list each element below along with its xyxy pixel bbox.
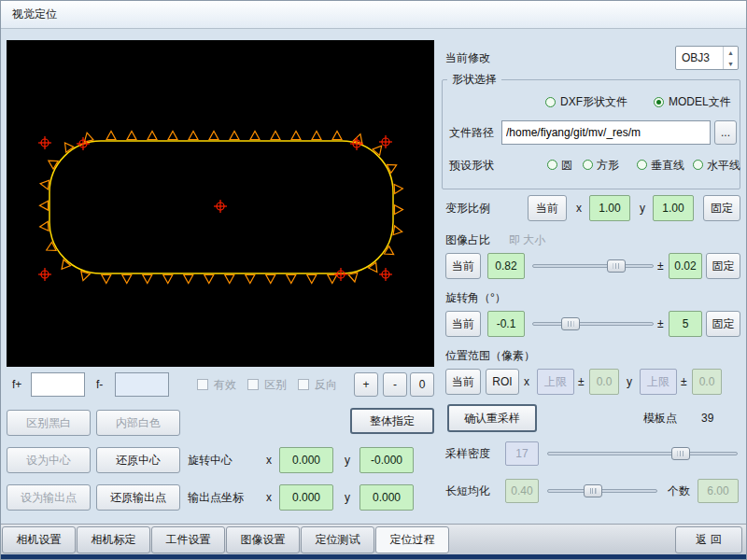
tab-workpiece-settings[interactable]: 工件设置 <box>151 526 225 553</box>
object-selector-value: OBJ3 <box>676 47 723 69</box>
deform-x-field[interactable]: 1.00 <box>589 195 630 221</box>
model-file-radio[interactable] <box>654 97 664 107</box>
vertical-line-radio[interactable] <box>637 160 647 170</box>
occupy-value-field[interactable]: 0.82 <box>487 253 525 279</box>
whole-assign-button[interactable]: 整体指定 <box>350 408 434 434</box>
square-radio-label[interactable]: 方形 <box>597 154 619 176</box>
equalize-field[interactable]: 0.40 <box>505 479 539 503</box>
f-plus-input[interactable] <box>31 372 85 397</box>
preset-shape-label: 预设形状 <box>449 154 494 176</box>
object-selector-arrows: ▲ ▼ <box>723 47 738 69</box>
template-points-value: 39 <box>701 406 713 430</box>
model-file-radio-label[interactable]: MODEL文件 <box>669 91 731 112</box>
spin-down-icon[interactable]: ▼ <box>724 58 738 69</box>
output-y-field[interactable]: 0.000 <box>359 484 414 511</box>
deform-x-label: x <box>576 195 582 221</box>
circle-radio-label[interactable]: 圆 <box>561 154 572 176</box>
back-button[interactable]: 返 回 <box>675 526 742 553</box>
rotation-slider[interactable] <box>531 311 655 337</box>
plus-button[interactable]: + <box>354 372 378 397</box>
tab-image-settings[interactable]: 图像设置 <box>226 526 300 553</box>
range-y-field[interactable]: 上限 <box>640 369 677 395</box>
distinguish-checkbox[interactable] <box>247 379 259 390</box>
occupy-slider-groove <box>532 264 654 268</box>
rotation-fixed-button[interactable]: 固定 <box>706 311 740 337</box>
set-center-button[interactable]: 设为中心 <box>7 447 91 473</box>
count-field[interactable]: 6.00 <box>698 479 739 503</box>
image-occupy-hint: 即 大小 <box>509 229 545 251</box>
dxf-file-radio[interactable] <box>545 97 556 107</box>
deform-fixed-button[interactable]: 固定 <box>703 195 740 221</box>
f-minus-input[interactable] <box>115 372 169 397</box>
range-x-tol-field[interactable]: 0.0 <box>589 369 619 395</box>
minus-button[interactable]: - <box>383 372 407 397</box>
file-path-label: 文件路径 <box>449 120 494 145</box>
current-modify-label: 当前修改 <box>445 46 490 70</box>
equalize-slider[interactable] <box>546 479 658 503</box>
rotation-angle-label: 旋转角（°） <box>445 287 506 309</box>
image-canvas[interactable] <box>7 40 434 367</box>
occupy-tol-field[interactable]: 0.02 <box>669 253 702 279</box>
occupy-current-button[interactable]: 当前 <box>445 253 481 279</box>
distinguish-bw-button[interactable]: 区别黑白 <box>7 410 91 436</box>
restore-output-button[interactable]: 还原输出点 <box>96 484 180 511</box>
file-path-input[interactable] <box>501 120 711 145</box>
dxf-file-radio-label[interactable]: DXF形状文件 <box>560 91 627 112</box>
rotation-center-x-label: x <box>266 447 272 473</box>
horizontal-line-radio-label[interactable]: 水平线 <box>707 154 740 176</box>
roi-button[interactable]: ROI <box>486 369 519 395</box>
rotation-value-field[interactable]: -0.1 <box>487 311 525 337</box>
deform-y-field[interactable]: 1.00 <box>653 195 694 221</box>
tab-positioning-test[interactable]: 定位测试 <box>301 526 374 553</box>
sample-density-field[interactable]: 17 <box>505 441 539 466</box>
equalize-slider-handle[interactable] <box>584 484 602 497</box>
horizontal-line-radio[interactable] <box>693 160 703 170</box>
vertical-line-radio-label[interactable]: 垂直线 <box>651 154 684 176</box>
browse-button[interactable]: ... <box>714 120 737 145</box>
valid-checkbox[interactable] <box>197 379 208 390</box>
deform-current-button[interactable]: 当前 <box>528 195 567 221</box>
f-plus-label: f+ <box>12 372 21 397</box>
occupy-fixed-button[interactable]: 固定 <box>706 253 740 279</box>
sample-density-slider-handle[interactable] <box>671 447 690 460</box>
reverse-checkbox-label: 反向 <box>315 372 337 397</box>
tab-camera-settings[interactable]: 相机设置 <box>2 526 76 553</box>
rotation-current-button[interactable]: 当前 <box>445 311 481 337</box>
shape-select-group-title: 形状选择 <box>447 73 501 86</box>
range-x-label: x <box>524 369 529 395</box>
occupy-slider-handle[interactable] <box>607 259 626 273</box>
tab-positioning-process[interactable]: 定位过程 <box>375 526 449 553</box>
inner-white-button[interactable]: 内部白色 <box>96 410 180 436</box>
rotation-center-x-field[interactable]: 0.000 <box>279 447 333 473</box>
vision-positioning-window: 视觉定位 f+ f- 有效 区别 反向 + - 0 区别黑白 内部白色 整体指定… <box>0 0 747 560</box>
range-x-pm-label: ± <box>578 369 585 395</box>
rotation-pm-label: ± <box>657 311 664 337</box>
bottom-strip <box>1 554 747 560</box>
tab-camera-calibration[interactable]: 相机标定 <box>77 526 150 553</box>
rotation-center-y-field[interactable]: -0.000 <box>359 447 414 473</box>
output-x-field[interactable]: 0.000 <box>279 484 333 511</box>
title-bar: 视觉定位 <box>1 1 747 29</box>
set-output-button[interactable]: 设为输出点 <box>7 484 91 511</box>
range-y-tol-field[interactable]: 0.0 <box>692 369 722 395</box>
square-radio[interactable] <box>583 160 593 170</box>
sample-density-slider[interactable] <box>546 441 739 466</box>
reverse-checkbox[interactable] <box>298 379 309 390</box>
distinguish-checkbox-label: 区别 <box>264 372 287 397</box>
zero-button[interactable]: 0 <box>410 372 434 397</box>
rotation-slider-handle[interactable] <box>561 317 580 330</box>
restore-center-button[interactable]: 还原中心 <box>96 447 180 473</box>
occupy-slider[interactable] <box>531 253 655 279</box>
object-selector[interactable]: OBJ3 ▲ ▼ <box>675 46 739 70</box>
rotation-tol-field[interactable]: 5 <box>669 311 702 337</box>
count-label: 个数 <box>668 479 690 503</box>
circle-radio[interactable] <box>547 160 557 170</box>
confirm-resample-button[interactable]: 确认重采样 <box>447 404 537 432</box>
range-y-pm-label: ± <box>681 369 687 395</box>
range-current-button[interactable]: 当前 <box>445 369 481 395</box>
range-x-field[interactable]: 上限 <box>537 369 574 395</box>
sample-density-label: 采样密度 <box>445 441 490 466</box>
deform-y-label: y <box>640 195 645 221</box>
spin-up-icon[interactable]: ▲ <box>724 47 738 58</box>
sample-density-slider-groove <box>547 452 738 455</box>
